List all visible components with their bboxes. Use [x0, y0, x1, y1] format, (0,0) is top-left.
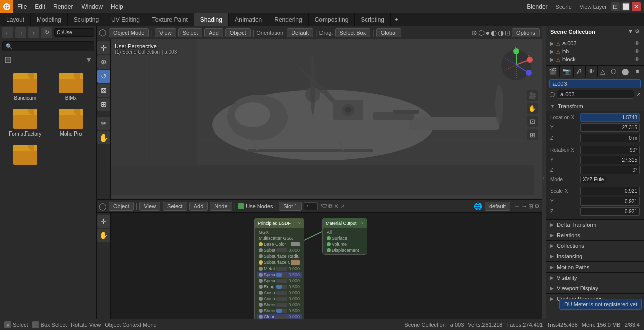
- tab-uv-editing[interactable]: UV Editing: [105, 13, 146, 26]
- annotate-tool[interactable]: ✏: [97, 117, 110, 130]
- menu-render[interactable]: Render: [49, 0, 77, 13]
- prop-icon-particles[interactable]: ⁕: [632, 66, 643, 77]
- loc-z-value[interactable]: 0 m: [580, 134, 640, 142]
- cam-view-btn[interactable]: 🎥: [527, 90, 538, 101]
- a003-vis-btn[interactable]: 👁: [634, 40, 640, 46]
- tab-modeling[interactable]: Modeling: [31, 13, 68, 26]
- subc-swatch[interactable]: [291, 260, 300, 265]
- path-bar[interactable]: C:\Use: [54, 28, 94, 37]
- overlay-toggle[interactable]: ⬡: [478, 29, 485, 37]
- rotate-tool[interactable]: ↺: [97, 70, 110, 83]
- transform-tool[interactable]: ⊞: [97, 98, 110, 111]
- refresh-btn[interactable]: ↻: [41, 27, 52, 38]
- anisor-bar[interactable]: [276, 297, 288, 301]
- loc-x-value[interactable]: 1.5743: [580, 113, 640, 122]
- copy-icon[interactable]: ⧉: [328, 203, 333, 210]
- shield-icon[interactable]: 🛡: [321, 203, 327, 210]
- prop-icon-material[interactable]: ⬤: [619, 66, 632, 77]
- add-btn[interactable]: Add: [204, 28, 223, 37]
- shader-cursor-tool[interactable]: ✛: [97, 215, 110, 228]
- hand-tool[interactable]: ✋: [97, 131, 110, 144]
- node-canvas[interactable]: Principled BSDF × GGX Multiscatter GGX: [111, 213, 542, 330]
- close-btn[interactable]: ✕: [632, 2, 641, 11]
- collapse-handle[interactable]: ‹: [542, 26, 546, 330]
- delta-transform-header[interactable]: ▶ Delta Transform: [546, 220, 644, 230]
- filter-btn[interactable]: ▼: [85, 56, 92, 64]
- material-name-btn[interactable]: default: [485, 202, 510, 211]
- shader-add-btn[interactable]: Add: [189, 202, 208, 211]
- orientation-gizmo[interactable]: X Y Z: [499, 47, 534, 83]
- material-output-node[interactable]: Material Output × All Surface: [322, 218, 367, 255]
- basecolor-swatch[interactable]: [291, 242, 300, 246]
- window-btn[interactable]: ⬜: [621, 2, 630, 11]
- view-btn[interactable]: View: [155, 28, 176, 37]
- shader-editor[interactable]: ◯ Object | View Select Add Node | Use No…: [97, 199, 542, 330]
- prop-icon-render[interactable]: 📷: [560, 66, 574, 77]
- file-bimx[interactable]: BIMx: [50, 71, 93, 103]
- file-mohopro[interactable]: Moho Pro: [50, 107, 93, 139]
- object-mode-btn[interactable]: Object Mode: [109, 28, 149, 37]
- viewport-display-header[interactable]: ▶ Viewport Display: [546, 283, 644, 293]
- collection-block[interactable]: ▶ △ block 👁: [546, 55, 644, 63]
- spec-bar[interactable]: [276, 273, 288, 277]
- cursor-tool[interactable]: ✛: [97, 41, 110, 54]
- matout-close[interactable]: ×: [361, 221, 364, 226]
- scale-tool[interactable]: ⊠: [97, 84, 110, 97]
- back-btn[interactable]: ←: [2, 27, 13, 38]
- forward-btn[interactable]: →: [15, 27, 26, 38]
- cc-bar[interactable]: [276, 315, 288, 319]
- global-btn[interactable]: Global: [376, 28, 401, 37]
- collection-a003[interactable]: ▶ △ a.003 👁: [546, 39, 644, 47]
- tab-sculpting[interactable]: Sculpting: [68, 13, 105, 26]
- prop-icon-output[interactable]: 🖨: [574, 66, 586, 77]
- tab-compositing[interactable]: Compositing: [309, 13, 355, 26]
- prop-icon-scene[interactable]: 🎬: [546, 66, 560, 77]
- selected-data-name[interactable]: a.003: [557, 90, 634, 99]
- add-workspace-btn[interactable]: +: [391, 16, 403, 23]
- slot-number-input[interactable]: [304, 202, 318, 210]
- file-extra1[interactable]: [4, 143, 46, 169]
- du-meter-notification[interactable]: DU Meter is not registered yet: [559, 299, 642, 310]
- tab-texture-paint[interactable]: Texture Paint: [146, 13, 194, 26]
- move-tool[interactable]: ⊕: [97, 55, 110, 69]
- shader-node-btn[interactable]: Node: [210, 202, 232, 211]
- options-btn[interactable]: Options: [512, 28, 540, 37]
- scene-name[interactable]: Blender: [523, 3, 551, 10]
- tab-layout[interactable]: Layout: [0, 13, 31, 26]
- top-view-btn[interactable]: ✋: [527, 103, 538, 114]
- shading-solid-btn[interactable]: ●: [486, 29, 490, 37]
- front-view-btn[interactable]: ⊡: [527, 116, 538, 127]
- principled-bsdf-node[interactable]: Principled BSDF × GGX Multiscatter GGX: [254, 218, 304, 330]
- selected-object-name[interactable]: a.003: [549, 79, 641, 88]
- shader-view-btn[interactable]: View: [139, 202, 160, 211]
- slot-btn[interactable]: Slot 1: [279, 202, 302, 211]
- 3d-viewport[interactable]: ✛ ⊕ ↺ ⊠ ⊞ ✏ ✋ User Perspective (1) Scene…: [97, 39, 542, 199]
- collection-bb[interactable]: ▶ △ bb 👁: [546, 47, 644, 55]
- select-btn[interactable]: Select: [178, 28, 203, 37]
- loc-y-value[interactable]: 27.315: [580, 123, 640, 132]
- menu-window[interactable]: Window: [77, 0, 107, 13]
- persp-btn[interactable]: ⊞: [527, 129, 538, 140]
- gizmo-toggle[interactable]: ⊕: [471, 29, 477, 37]
- select-box-btn[interactable]: Select Box: [335, 28, 371, 37]
- shader-nav-fwd[interactable]: →: [521, 203, 527, 210]
- object-btn[interactable]: Object: [225, 28, 251, 37]
- file-bandicam[interactable]: Bandicam: [4, 71, 46, 103]
- tab-shading[interactable]: Shading: [194, 13, 229, 26]
- fullscreen-btn[interactable]: ⊡: [505, 29, 511, 37]
- principled-close[interactable]: ×: [298, 221, 301, 226]
- sheent-bar[interactable]: [276, 309, 288, 313]
- met-bar[interactable]: [276, 267, 288, 271]
- shading-material-btn[interactable]: ◐: [491, 29, 497, 37]
- transform-header[interactable]: ▼ Transform: [546, 101, 644, 111]
- relations-header[interactable]: ▶ Relations: [546, 230, 644, 240]
- rough-bar[interactable]: [276, 285, 288, 289]
- search-input[interactable]: [2, 41, 94, 51]
- delete-icon[interactable]: ✕: [334, 203, 339, 210]
- prop-icon-view[interactable]: 👁: [586, 66, 598, 77]
- up-btn[interactable]: ↑: [28, 27, 39, 38]
- tab-scripting[interactable]: Scripting: [355, 13, 391, 26]
- spect-bar[interactable]: [276, 279, 288, 283]
- maximize-btn[interactable]: ⊡: [611, 2, 620, 11]
- menu-edit[interactable]: Edit: [31, 0, 49, 13]
